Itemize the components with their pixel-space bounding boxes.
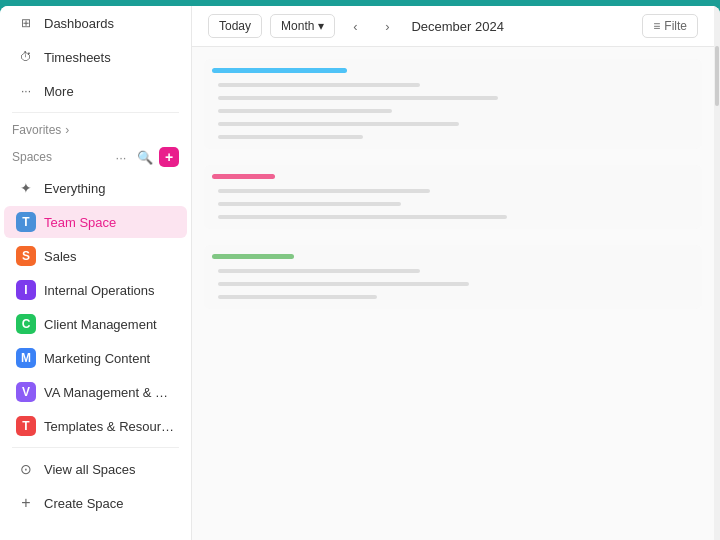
toolbar: Today Month ▾ ‹ › December 2024 ≡ Filte xyxy=(192,6,714,47)
month-chevron-icon: ▾ xyxy=(318,19,324,33)
sidebar-label-va-mgmt: VA Management & Collabor... xyxy=(44,385,175,400)
sidebar-item-templates[interactable]: T Templates & Resources xyxy=(4,410,187,442)
va-mgmt-icon: V xyxy=(16,382,36,402)
nav-prev-icon: ‹ xyxy=(353,19,357,34)
client-mgmt-icon: C xyxy=(16,314,36,334)
sidebar-item-client-mgmt[interactable]: C Client Management xyxy=(4,308,187,340)
month-dropdown[interactable]: Month ▾ xyxy=(270,14,335,38)
scrollbar[interactable] xyxy=(714,6,720,540)
sidebar-label-more: More xyxy=(44,84,74,99)
marketing-icon: M xyxy=(16,348,36,368)
month-label-text: Month xyxy=(281,19,314,33)
sidebar-label-client-mgmt: Client Management xyxy=(44,317,157,332)
sidebar-label-marketing: Marketing Content xyxy=(44,351,150,366)
divider-2 xyxy=(12,447,179,448)
sidebar-item-more[interactable]: ··· More xyxy=(4,75,187,107)
calendar-area xyxy=(192,47,714,540)
create-space-icon: + xyxy=(16,493,36,513)
favorites-section-header: Favorites › xyxy=(0,117,191,141)
gantt-group-3 xyxy=(204,245,702,309)
nav-next-button[interactable]: › xyxy=(375,14,399,38)
dashboards-icon: ⊞ xyxy=(16,13,36,33)
sidebar-label-dashboards: Dashboards xyxy=(44,16,114,31)
scrollbar-thumb[interactable] xyxy=(715,46,719,106)
sidebar-item-sales[interactable]: S Sales xyxy=(4,240,187,272)
spaces-actions: ··· 🔍 + xyxy=(111,147,179,167)
sidebar-item-va-mgmt[interactable]: V VA Management & Collabor... xyxy=(4,376,187,408)
sidebar-item-everything[interactable]: ✦ Everything xyxy=(4,172,187,204)
internal-ops-icon: I xyxy=(16,280,36,300)
sidebar-item-marketing[interactable]: M Marketing Content xyxy=(4,342,187,374)
favorites-chevron: › xyxy=(65,123,69,137)
gantt-group-2 xyxy=(204,165,702,229)
team-space-icon: T xyxy=(16,212,36,232)
spaces-label: Spaces xyxy=(12,150,52,164)
templates-icon: T xyxy=(16,416,36,436)
filter-button[interactable]: ≡ Filte xyxy=(642,14,698,38)
main-content: Today Month ▾ ‹ › December 2024 ≡ Filte xyxy=(192,6,714,540)
app-wrapper: ⊞ Dashboards ⏱ Timesheets ··· More Favor… xyxy=(0,0,720,540)
sidebar-item-timesheets[interactable]: ⏱ Timesheets xyxy=(4,41,187,73)
filter-icon: ≡ xyxy=(653,19,660,33)
everything-icon: ✦ xyxy=(16,178,36,198)
favorites-toggle[interactable]: Favorites › xyxy=(12,123,69,137)
filter-label: Filte xyxy=(664,19,687,33)
sidebar-label-create-space: Create Space xyxy=(44,496,124,511)
nav-prev-button[interactable]: ‹ xyxy=(343,14,367,38)
sidebar-item-dashboards[interactable]: ⊞ Dashboards xyxy=(4,7,187,39)
sidebar-item-team-space[interactable]: T Team Space xyxy=(4,206,187,238)
view-all-icon: ⊙ xyxy=(16,459,36,479)
spaces-section-header: Spaces ··· 🔍 + xyxy=(0,141,191,171)
main-area: ⊞ Dashboards ⏱ Timesheets ··· More Favor… xyxy=(0,6,720,540)
sidebar-item-view-all-spaces[interactable]: ⊙ View all Spaces xyxy=(4,453,187,485)
sidebar-item-internal-ops[interactable]: I Internal Operations xyxy=(4,274,187,306)
nav-next-icon: › xyxy=(385,19,389,34)
sidebar: ⊞ Dashboards ⏱ Timesheets ··· More Favor… xyxy=(0,6,192,540)
spaces-more-btn[interactable]: ··· xyxy=(111,147,131,167)
favorites-label: Favorites xyxy=(12,123,61,137)
sidebar-label-internal-ops: Internal Operations xyxy=(44,283,155,298)
sidebar-label-templates: Templates & Resources xyxy=(44,419,175,434)
sidebar-label-view-all: View all Spaces xyxy=(44,462,136,477)
sidebar-label-everything: Everything xyxy=(44,181,105,196)
more-icon: ··· xyxy=(16,81,36,101)
spaces-search-btn[interactable]: 🔍 xyxy=(135,147,155,167)
spaces-add-btn[interactable]: + xyxy=(159,147,179,167)
today-button[interactable]: Today xyxy=(208,14,262,38)
timesheets-icon: ⏱ xyxy=(16,47,36,67)
sales-icon: S xyxy=(16,246,36,266)
sidebar-item-create-space[interactable]: + Create Space xyxy=(4,487,187,519)
divider-1 xyxy=(12,112,179,113)
gantt-group-1 xyxy=(204,59,702,149)
sidebar-label-sales: Sales xyxy=(44,249,77,264)
sidebar-label-team-space: Team Space xyxy=(44,215,116,230)
current-period-label: December 2024 xyxy=(411,19,504,34)
sidebar-label-timesheets: Timesheets xyxy=(44,50,111,65)
